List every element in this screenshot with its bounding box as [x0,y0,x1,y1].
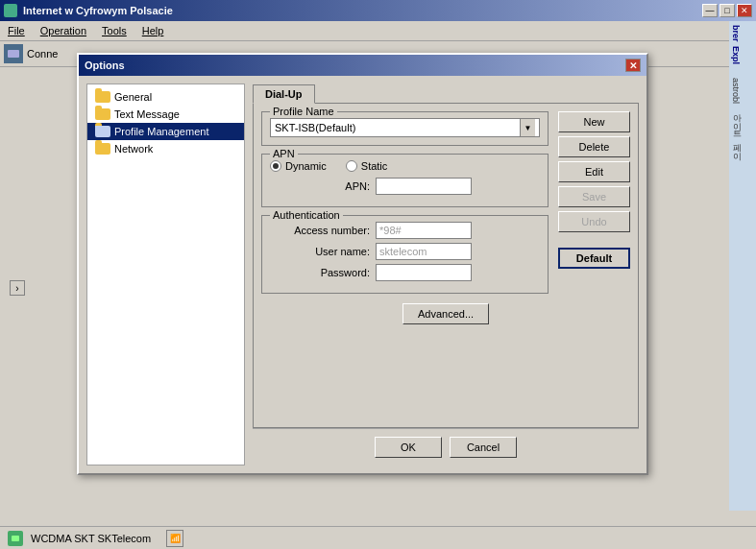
menu-file[interactable]: File [4,23,29,38]
bg-panel-item-3: astrobl [731,78,754,104]
statusbar: WCDMA SKT SKTelecom 📶 [0,526,756,549]
statusbar-icon [8,531,23,546]
sidebar-item-network[interactable]: Network [87,140,244,157]
sidebar-item-general[interactable]: General [87,88,244,106]
auth-group: Authentication Access number: User name:… [261,215,549,294]
profile-select-row: SKT-ISB(Default) ▼ [270,118,540,137]
toolbar-label: Conne [27,48,58,60]
default-button[interactable]: Default [558,248,630,269]
tab-bar: Dial-Up [253,84,639,103]
menu-tools[interactable]: Tools [98,23,131,38]
bg-panel-item-4: 아이트 [731,107,754,133]
sidebar-item-network-label: Network [114,143,153,155]
apn-group: APN Dynamic Static AP [261,154,549,207]
radio-dynamic[interactable]: Dynamic [270,160,327,172]
username-row: User name: [270,243,540,260]
sidebar-item-profilemanagement[interactable]: Profile Management [87,123,244,140]
sidebar-item-textmessage[interactable]: Text Message [87,106,244,123]
right-buttons: New Delete Edit Save Undo Default [558,111,630,269]
folder-icon-network [95,143,110,155]
radio-static-dot[interactable] [346,160,357,172]
access-row: Access number: [270,222,540,239]
folder-icon-general [95,91,110,103]
restore-button[interactable]: □ [719,4,735,17]
main-titlebar: Internet w Cyfrowym Polsacie — □ ✕ [0,0,756,21]
profile-select[interactable]: SKT-ISB(Default) ▼ [270,118,540,137]
profile-select-value: SKT-ISB(Default) [275,122,355,133]
apn-group-label: APN [270,148,298,159]
access-label: Access number: [270,225,376,236]
app-icon [4,4,17,17]
radio-dynamic-dot[interactable] [270,160,281,172]
username-input[interactable] [376,243,472,260]
dialog-close-button[interactable]: ✕ [625,59,641,72]
statusbar-signal-icon: 📶 [166,530,183,547]
options-dialog: Options ✕ General Text Message Profile M… [77,53,648,475]
advanced-row: Advanced... [261,303,630,324]
dialog-title: Options [85,60,125,71]
bg-panel-item-1: brer [731,25,754,42]
radio-static-label: Static [361,160,388,172]
username-label: User name: [270,246,376,257]
radio-static[interactable]: Static [346,160,388,172]
password-label: Password: [270,267,376,278]
bottom-buttons: OK Cancel [253,428,639,465]
new-button[interactable]: New [558,111,630,132]
ok-button[interactable]: OK [375,437,442,458]
main-window-title: Internet w Cyfrowym Polsacie [23,5,173,16]
cancel-button[interactable]: Cancel [450,437,517,458]
access-input[interactable] [376,222,472,239]
minimize-button[interactable]: — [702,4,718,17]
advanced-button[interactable]: Advanced... [402,303,489,324]
sidebar-item-profile-label: Profile Management [114,126,208,137]
apn-input[interactable] [376,178,472,195]
apn-input-row: APN: [270,178,540,195]
select-arrow-icon[interactable]: ▼ [520,119,535,136]
delete-button[interactable]: Delete [558,136,630,157]
dialog-content: Dial-Up New Delete Edit Save Undo Defaul… [245,76,646,473]
profile-name-group: Profile Name SKT-ISB(Default) ▼ [261,111,549,146]
apn-radio-row: Dynamic Static [270,160,540,172]
form-panel: New Delete Edit Save Undo Default Profil… [253,103,639,428]
window-controls: — □ ✕ [702,4,752,17]
menu-help[interactable]: Help [138,23,168,38]
statusbar-text: WCDMA SKT SKTelecom [31,533,151,544]
menu-operation[interactable]: Operation [37,23,90,38]
sidebar-item-textmessage-label: Text Message [114,108,180,120]
toolbar-icon [4,44,23,63]
password-row: Password: [270,264,540,281]
tab-dialup[interactable]: Dial-Up [253,84,315,104]
save-button[interactable]: Save [558,186,630,207]
bg-right-panel: brer Expl astrobl 아이트 페이 [729,21,756,511]
radio-dynamic-label: Dynamic [285,160,327,172]
apn-field-label: APN: [270,180,376,192]
bg-panel-item-5: 페이 [731,137,754,155]
close-button[interactable]: ✕ [737,4,752,17]
auth-group-label: Authentication [270,209,343,221]
bg-panel-item-2: Expl [731,46,754,64]
main-window: Internet w Cyfrowym Polsacie — □ ✕ File … [0,0,756,549]
options-sidebar: General Text Message Profile Management … [86,84,245,465]
dialog-titlebar: Options ✕ [79,55,646,76]
menu-bar: File Operation Tools Help [0,21,756,41]
folder-icon-textmessage [95,108,110,120]
folder-icon-profile [95,126,110,137]
edit-button[interactable]: Edit [558,161,630,182]
scroll-left[interactable]: › [10,280,25,296]
undo-button[interactable]: Undo [558,211,630,232]
profile-name-group-label: Profile Name [270,106,337,117]
password-input[interactable] [376,264,472,281]
sidebar-item-general-label: General [114,91,152,103]
dialog-body: General Text Message Profile Management … [79,76,646,473]
